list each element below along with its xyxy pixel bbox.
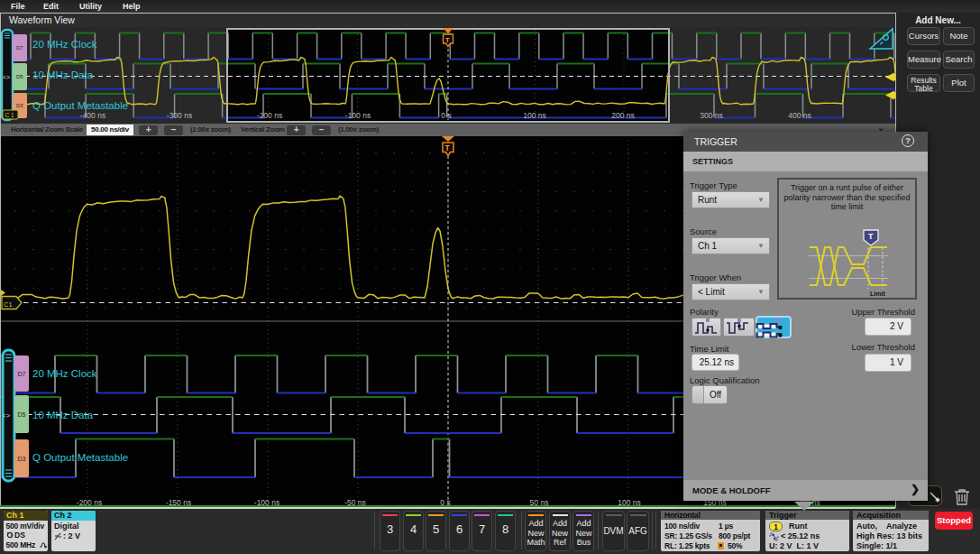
svg-text:D3: D3 <box>18 456 26 462</box>
svg-text:D3: D3 <box>16 103 23 108</box>
svg-text:Q Output Metastable: Q Output Metastable <box>32 452 128 463</box>
svg-text:100 ns: 100 ns <box>523 111 546 120</box>
svg-text:Q Output Metastable: Q Output Metastable <box>32 100 128 111</box>
svg-text:20 MHz Clock: 20 MHz Clock <box>32 39 97 50</box>
svg-text:D7: D7 <box>16 45 23 51</box>
svg-text:T: T <box>445 143 451 152</box>
svg-text:T: T <box>868 232 874 241</box>
svg-text:Limit: Limit <box>870 291 885 297</box>
svg-text:300 ns: 300 ns <box>700 111 723 120</box>
svg-text:D5: D5 <box>16 74 23 79</box>
svg-text:400 ns: 400 ns <box>788 111 811 120</box>
svg-text:200 ns: 200 ns <box>611 111 635 120</box>
svg-text:20 MHz Clock: 20 MHz Clock <box>32 368 97 379</box>
svg-text:-400 ns: -400 ns <box>80 111 105 120</box>
svg-text:0 s: 0 s <box>441 111 451 120</box>
svg-text:10 MHz Data: 10 MHz Data <box>32 69 94 80</box>
svg-text:D7: D7 <box>18 371 26 377</box>
svg-text:D5: D5 <box>18 411 26 418</box>
svg-text:-100 ns: -100 ns <box>345 111 371 120</box>
svg-text:C1: C1 <box>4 300 13 309</box>
svg-text:-300 ns: -300 ns <box>167 111 192 120</box>
svg-text:-200 ns: -200 ns <box>257 111 282 120</box>
svg-text:C 1: C 1 <box>5 112 15 118</box>
svg-text:<>: <> <box>3 74 10 80</box>
svg-text:T: T <box>445 36 450 44</box>
svg-text:<>: <> <box>2 411 11 420</box>
svg-text:10 MHz Data: 10 MHz Data <box>32 410 94 420</box>
